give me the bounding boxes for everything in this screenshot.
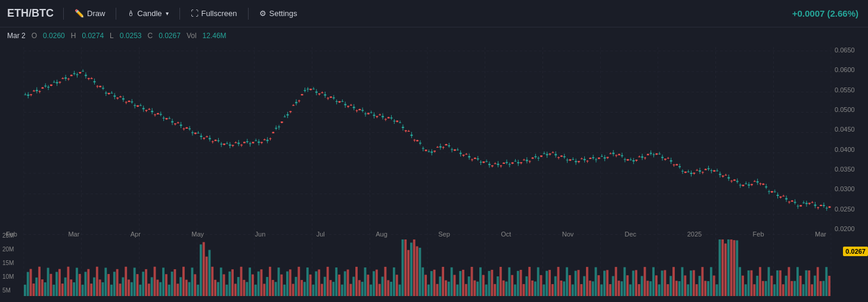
separator-3 [179, 8, 180, 20]
settings-button[interactable]: ⚙ Settings [253, 7, 303, 20]
close-label: C [148, 32, 153, 40]
fullscreen-label: Fullscreen [202, 9, 237, 18]
separator-2 [116, 8, 116, 20]
chevron-down-icon: ▾ [166, 10, 169, 17]
settings-label: Settings [269, 9, 297, 18]
high-value: 0.0274 [82, 32, 104, 40]
symbol-label: ETH/BTC [7, 7, 54, 20]
pencil-icon: ✏️ [75, 9, 84, 18]
ohlcv-date: Mar 2 [7, 32, 26, 40]
main-chart [0, 44, 868, 302]
candle-button[interactable]: 🕯 Candle ▾ [121, 7, 174, 20]
high-label: H [71, 32, 76, 40]
candle-icon: 🕯 [127, 9, 135, 18]
fullscreen-icon: ⛶ [191, 9, 199, 18]
low-value: 0.0253 [120, 32, 142, 40]
separator-4 [248, 8, 249, 20]
chart-container[interactable]: 0.0650 0.0600 0.0550 0.0500 0.0450 0.040… [0, 44, 868, 302]
open-label: O [32, 32, 37, 40]
draw-label: Draw [87, 9, 105, 18]
vol-value: 12.46M [203, 32, 227, 40]
toolbar: ETH/BTC ✏️ Draw 🕯 Candle ▾ ⛶ Fullscreen … [0, 0, 868, 27]
ohlcv-bar: Mar 2 O 0.0260 H 0.0274 L 0.0253 C 0.026… [0, 27, 868, 44]
vol-label: Vol [187, 32, 197, 40]
gear-icon: ⚙ [259, 9, 266, 18]
draw-button[interactable]: ✏️ Draw [69, 7, 111, 20]
close-value: 0.0267 [159, 32, 181, 40]
low-label: L [110, 32, 114, 40]
fullscreen-button[interactable]: ⛶ Fullscreen [185, 7, 243, 20]
candle-label: Candle [137, 9, 162, 18]
open-value: 0.0260 [43, 32, 65, 40]
price-change-label: +0.0007 (2.66%) [792, 8, 858, 18]
current-price-label: 0.0267 [843, 247, 868, 256]
separator-1 [63, 8, 64, 20]
